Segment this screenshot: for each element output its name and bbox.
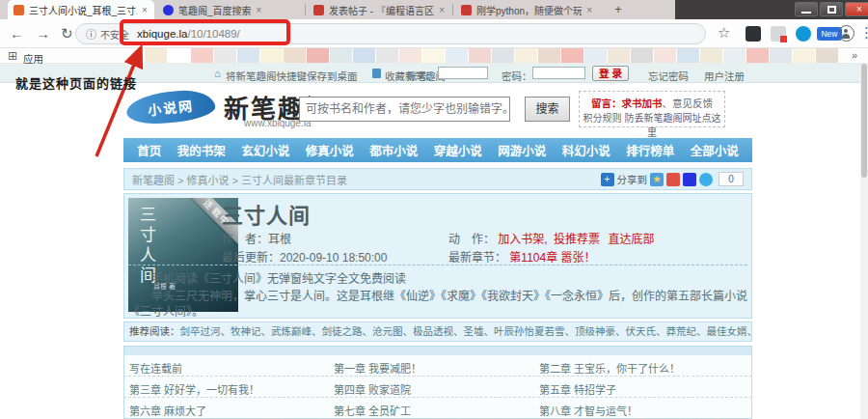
nav-chuanyue[interactable]: 穿越小说 (434, 141, 482, 159)
breadcrumb[interactable]: 新笔趣阁 > 修真小说 > 三寸人间最新章节目录 (132, 172, 598, 187)
bookmark-favicon[interactable] (631, 48, 653, 63)
chapter-link[interactable]: 第二章 王宝乐，你干了什么！ (539, 360, 680, 376)
site-logo-swoosh[interactable]: 小说网 (125, 87, 217, 126)
save-shortcut-link[interactable]: 将新笔趣阁快捷键保存到桌面 (226, 69, 358, 83)
more-share-icon[interactable] (699, 173, 713, 186)
password-input[interactable] (532, 67, 585, 79)
nav-all[interactable]: 全部小说 (691, 141, 739, 159)
bookmark-favicon[interactable] (145, 48, 167, 63)
chapter-link[interactable]: 第一章 我要减肥！ (334, 360, 421, 376)
bookmark-favicon[interactable] (584, 48, 607, 63)
info-icon[interactable]: ⓘ (86, 26, 96, 42)
nav-home[interactable]: 首页 (137, 141, 161, 159)
bookmark-favicon[interactable] (746, 48, 769, 63)
forgot-password-link[interactable]: 忘记密码 (648, 69, 689, 83)
bookmark-favicon[interactable] (353, 48, 375, 63)
bookmark-favicon[interactable] (237, 48, 259, 63)
bookmark-favicon[interactable] (515, 48, 537, 63)
nav-xuanhuan[interactable]: 玄幻小说 (241, 141, 289, 159)
nav-wangyou[interactable]: 网游小说 (498, 141, 546, 159)
password-label: 密码： (502, 69, 532, 83)
chapter-link[interactable]: 第四章 败家道院 (334, 381, 411, 397)
bookmark-favicon[interactable] (723, 48, 746, 63)
bookmark-favicon[interactable] (677, 48, 699, 63)
notice-rest[interactable]: 、意见反馈 (663, 98, 714, 109)
tab-close-icon[interactable]: × (586, 5, 592, 15)
bookmark-star-icon[interactable]: ☆ (718, 24, 730, 42)
bookmark-favicon[interactable] (492, 48, 514, 63)
recommend-bar: 推荐阅读：剑卒过河、牧神记、武炼巅峰、剑徒之路、沧元图、极品透视、圣墟、叶辰孙怡… (123, 321, 752, 342)
bookmark-favicon[interactable] (793, 48, 815, 63)
window-close-button[interactable]: × (845, 2, 868, 16)
qq-extension-icon[interactable] (796, 26, 811, 42)
minimize-icon (801, 12, 811, 14)
bookmark-favicon[interactable] (561, 48, 583, 63)
tab-close-icon[interactable]: × (439, 5, 445, 15)
bookmark-favicon[interactable] (654, 48, 676, 63)
bookmark-favicon[interactable] (214, 48, 236, 63)
login-button[interactable]: 登 录 (592, 66, 629, 81)
tab-novel[interactable]: 三寸人间小说_耳根_三寸人间最新 × (8, 0, 154, 19)
bookmark-favicon[interactable] (446, 48, 468, 63)
bookmark-favicon[interactable] (399, 48, 421, 63)
chapter-link[interactable]: 第六章 麻烦大了 (129, 403, 206, 418)
baidu-share-icon[interactable] (683, 173, 696, 186)
bookmark-favicon[interactable] (770, 48, 792, 63)
chapter-link[interactable]: 写在连载前 (129, 360, 182, 376)
recommend-links[interactable]: 剑卒过河、牧神记、武炼巅峰、剑徒之路、沧元图、极品透视、圣墟、叶辰孙怡夏若雪、顶… (180, 325, 753, 337)
bookmark-favicon[interactable] (608, 48, 630, 63)
tab-forum-post[interactable]: 发表帖子 - 『编程语言区』- 看 × (308, 0, 450, 19)
bookmark-favicon[interactable] (330, 48, 352, 63)
bookmark-favicon[interactable] (260, 48, 283, 63)
search-input[interactable] (299, 97, 510, 122)
back-icon[interactable]: ← (10, 25, 24, 42)
chapter-link[interactable]: 第三章 好好学，一切有我！ (129, 381, 259, 397)
search-button[interactable]: 搜索 (525, 97, 570, 122)
new-tab-button[interactable]: + (608, 3, 629, 17)
add-bookshelf-link[interactable]: 加入书架, (498, 233, 547, 246)
scrollbar-thumb[interactable] (861, 64, 867, 178)
chapter-link[interactable]: 第八章 才智与运气！ (539, 403, 637, 418)
recommend-vote-link[interactable]: 投推荐票 (554, 233, 600, 246)
chapter-link[interactable]: 第七章 全员矿工 (334, 403, 411, 418)
goto-bottom-link[interactable]: 直达底部 (608, 233, 654, 246)
apps-grid-icon[interactable]: ⊞ (8, 49, 17, 63)
forward-icon[interactable]: → (36, 25, 50, 42)
nav-bookshelf[interactable]: 我的书架 (177, 141, 226, 159)
nav-xiuzhen[interactable]: 修真小说 (306, 141, 354, 159)
latest-chapter-link[interactable]: 第1104章 嚣张！ (509, 251, 595, 265)
bookmark-favicon[interactable] (538, 48, 560, 63)
window-maximize-button[interactable] (820, 2, 843, 16)
share-plus-icon[interactable]: + (601, 173, 614, 186)
tab-close-icon[interactable]: × (142, 5, 148, 15)
chapter-link[interactable]: 第五章 特招学子 (539, 381, 616, 397)
menu-dots-icon[interactable]: ⋮ (859, 24, 868, 42)
nav-kehuan[interactable]: 科幻小说 (562, 141, 610, 159)
window-minimize-button[interactable] (795, 2, 818, 16)
bookmark-favicon[interactable] (284, 48, 306, 63)
qzone-share-icon[interactable]: ★ (650, 173, 664, 186)
extension-icon[interactable] (746, 26, 761, 42)
reload-icon[interactable]: ↻ (61, 25, 73, 42)
bookmark-favicon[interactable] (469, 48, 491, 63)
nav-ranking[interactable]: 排行榜单 (626, 141, 674, 159)
bookmark-favicon[interactable] (307, 48, 329, 63)
tab-close-icon[interactable]: × (257, 5, 262, 15)
profile-avatar[interactable] (838, 25, 854, 42)
tab-python-thread[interactable]: 刚学python，随便做个玩 - [编 × (455, 0, 598, 19)
register-link[interactable]: 用户注册 (704, 69, 745, 83)
extension-icon[interactable] (771, 26, 786, 42)
account-input[interactable] (438, 67, 488, 79)
bookmarks-overflow-icon[interactable]: » (852, 49, 857, 61)
bookmark-favicon[interactable] (816, 48, 838, 63)
bookmark-favicon[interactable] (191, 48, 213, 63)
tab-baidu-search[interactable]: 笔趣阁_百度搜索 × (157, 0, 302, 19)
notice-highlight[interactable]: 留言：求书加书 (591, 98, 663, 109)
notice-line2[interactable]: 积分规则 防丢新笔趣阁网址点这里 (580, 110, 724, 139)
bookmark-favicon[interactable] (422, 48, 445, 63)
bookmark-favicon[interactable] (700, 48, 722, 63)
bookmark-favicon[interactable] (168, 48, 190, 63)
nav-dushi[interactable]: 都市小说 (369, 141, 418, 159)
bookmark-favicon[interactable] (376, 48, 398, 63)
weibo-share-icon[interactable] (666, 173, 680, 186)
